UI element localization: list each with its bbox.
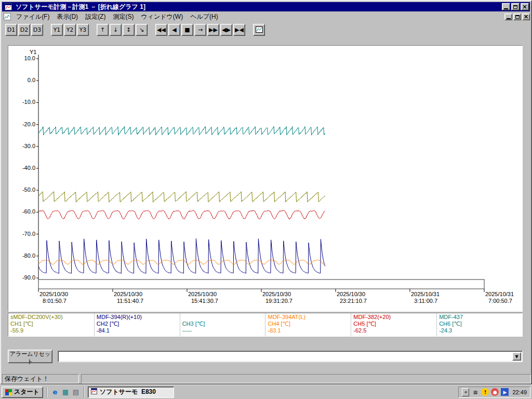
titlebar[interactable]: ソフトサーモ計測－計測1 － [折れ線グラフ 1] ×	[2, 2, 530, 11]
x-tick-label: 2025/10/3015:41:30.7	[188, 291, 218, 304]
y-tick-label: -90.0	[10, 274, 35, 281]
series-ch1	[38, 192, 325, 203]
menu-file[interactable]: ファイル(F)	[12, 12, 53, 22]
series-ch4	[38, 260, 325, 264]
d1-button[interactable]: D1	[5, 24, 17, 36]
y-tick-label: -30.0	[10, 143, 35, 150]
y1-button[interactable]: Y1	[51, 24, 63, 36]
y-tick-label: 0.0	[10, 77, 35, 84]
menu-items: ファイル(F)表示(D)設定(Z)測定(S)ウィンドウ(W)ヘルプ(H)	[12, 12, 222, 22]
status-message: 保存ウェイト！	[2, 374, 79, 383]
close-button[interactable]: ×	[521, 3, 529, 10]
tray-icons: ▦!●▶	[471, 388, 509, 396]
line-chart	[8, 46, 522, 311]
dropdown-icon: ▼	[515, 354, 518, 359]
menu-view[interactable]: 表示(D)	[53, 12, 82, 22]
scale-fit-button[interactable]: ↕	[123, 24, 135, 36]
scale-up-button[interactable]: ↑	[97, 24, 109, 36]
legend-ch5: MDF-382(+20)CH5 [℃]-62.5	[351, 313, 436, 336]
system-tray: « ▦!●▶ 22:49	[458, 387, 530, 398]
legend-table: sMDF-DC200V(+30)CH1 [℃]-55.9MDF-394(R)(+…	[8, 313, 523, 337]
series-ch5	[38, 210, 325, 219]
menu-window[interactable]: ウィンドウ(W)	[137, 12, 187, 22]
x-tick-label: 2025/10/313:11:00.7	[411, 291, 440, 304]
legend-ch3: CH3 [℃]-----	[180, 313, 265, 336]
combobox-dropdown-button[interactable]: ▼	[512, 352, 521, 361]
scroll-fast-right-button[interactable]: ▶▶	[207, 24, 219, 36]
legend-ch1: sMDF-DC200V(+30)CH1 [℃]-55.9	[8, 313, 94, 336]
update-notification-icon[interactable]: !	[481, 388, 489, 396]
d3-button[interactable]: D3	[31, 24, 43, 36]
security-icon[interactable]: ●	[491, 388, 499, 396]
child-restore-button[interactable]	[513, 14, 521, 20]
zoom-graph-button[interactable]	[253, 24, 265, 36]
quicklaunch-separator[interactable]	[84, 387, 85, 397]
statusbar-panel	[81, 374, 531, 383]
restore-icon	[515, 15, 520, 19]
restore-icon	[513, 5, 517, 9]
statusbar: 保存ウェイト！	[2, 374, 531, 383]
alarm-reset-button[interactable]: アラームリセット	[8, 350, 52, 363]
legend-ch2: MDF-394(R)(+10)CH2 [℃]-84.1	[94, 313, 180, 336]
internet-explorer-icon[interactable]: e	[50, 388, 60, 397]
scroll-right-button[interactable]: →	[194, 24, 206, 36]
y-axis-label: Y1	[30, 49, 36, 55]
message-combobox[interactable]: ▼	[58, 351, 523, 362]
child-minimize-button[interactable]	[504, 14, 512, 20]
compress-scale-button[interactable]: ▶◀	[233, 24, 245, 36]
combobox-value	[60, 353, 511, 360]
start-label: スタート	[14, 388, 39, 396]
task-button[interactable]: ソフトサーモ E830	[88, 387, 174, 398]
close-icon: ×	[523, 14, 528, 19]
show-desktop-icon[interactable]: ▦	[61, 388, 70, 397]
series-ch6	[38, 126, 325, 135]
mdi-child-controls: ×	[503, 14, 530, 20]
x-tick-label: 2025/10/3019:31:20.7	[262, 291, 292, 304]
taskbar: スタート e▦▤ ソフトサーモ E830 « ▦!●▶ 22:49	[0, 384, 532, 399]
app-icon-small	[91, 388, 97, 396]
quicklaunch-separator[interactable]	[46, 387, 47, 397]
minimize-button[interactable]	[502, 3, 510, 10]
x-tick-label: 2025/10/308:01:50.7	[39, 291, 68, 304]
y-tick-label: -10.0	[10, 99, 35, 105]
chart-panel: 10.00.0-10.0-20.0-30.0-40.0-50.0-60.0-70…	[8, 45, 523, 312]
y-tick-label: 10.0	[10, 55, 35, 62]
child-close-button[interactable]: ×	[522, 14, 530, 20]
scroll-left-button[interactable]: ◀	[168, 24, 180, 36]
y2-button[interactable]: Y2	[64, 24, 76, 36]
menu-help[interactable]: ヘルプ(H)	[187, 12, 222, 22]
close-icon: ×	[522, 4, 527, 9]
scroll-fast-left-button[interactable]: ◀◀	[155, 24, 167, 36]
stop-button[interactable]: ■	[181, 24, 193, 36]
app-icon[interactable]	[4, 3, 12, 11]
restore-button[interactable]	[511, 3, 520, 10]
channels-icon[interactable]: ▤	[71, 388, 81, 397]
minimize-icon	[504, 8, 508, 9]
toolbar: D1D2D3Y1Y2Y3↑↓↕↘◀◀◀■→▶▶◀▶▶◀	[2, 22, 530, 37]
expand-scale-button[interactable]: ◀▶	[220, 24, 232, 36]
quicklaunch: e▦▤	[50, 388, 81, 397]
media-player-icon[interactable]: ▶	[501, 388, 509, 396]
tray-clock: 22:49	[512, 389, 527, 395]
scale-shift-button[interactable]: ↘	[136, 24, 148, 36]
d2-button[interactable]: D2	[18, 24, 30, 36]
screen: ソフトサーモ計測－計測1 － [折れ線グラフ 1] × ファイル(F)表示(D)…	[0, 0, 532, 399]
y-tick-label: -40.0	[10, 165, 35, 171]
keyboard-layout-icon[interactable]: ▦	[471, 388, 479, 396]
series-ch2	[38, 238, 325, 273]
menu-settings[interactable]: 設定(Z)	[82, 12, 109, 22]
scale-down-button[interactable]: ↓	[110, 24, 122, 36]
y-tick-label: -60.0	[10, 208, 35, 215]
y-tick-label: -70.0	[10, 231, 35, 237]
start-button[interactable]: スタート	[2, 387, 43, 398]
menu-measure[interactable]: 測定(S)	[109, 12, 137, 22]
mdi-child-icon[interactable]	[3, 13, 11, 21]
x-tick-label: 2025/10/3011:51:40.7	[114, 291, 143, 304]
x-tick-label: 2025/10/317:00:50.7	[485, 291, 514, 304]
tray-chevron-button[interactable]: «	[462, 388, 469, 396]
minimize-icon	[507, 18, 511, 19]
y-tick-label: -20.0	[10, 121, 35, 128]
y3-button[interactable]: Y3	[77, 24, 89, 36]
menubar: ファイル(F)表示(D)設定(Z)測定(S)ウィンドウ(W)ヘルプ(H) ×	[2, 12, 530, 21]
y-tick-label: -80.0	[10, 252, 35, 259]
